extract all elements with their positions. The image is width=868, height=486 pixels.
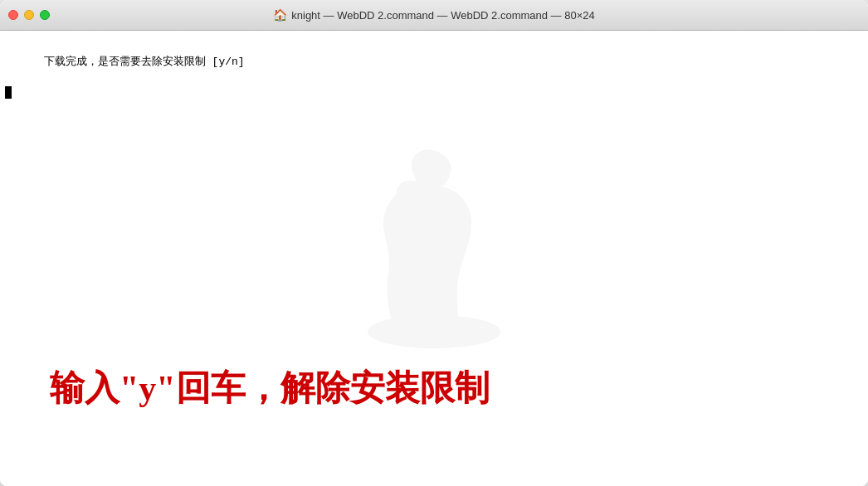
terminal-window: 🏠 knight — WebDD 2.command — WebDD 2.com… xyxy=(0,0,868,486)
svg-point-0 xyxy=(368,315,500,348)
watermark xyxy=(310,133,558,385)
instruction-text: 输入"y"回车，解除安装限制 xyxy=(50,365,490,411)
traffic-lights xyxy=(8,10,50,20)
cursor-line xyxy=(5,86,863,99)
minimize-button[interactable] xyxy=(24,10,34,20)
home-icon: 🏠 xyxy=(273,8,287,22)
close-button[interactable] xyxy=(8,10,18,20)
maximize-button[interactable] xyxy=(40,10,50,20)
terminal-body[interactable]: 下载完成，是否需要去除安装限制 [y/n] 输入"y"回车，解除安装限制 xyxy=(0,31,868,486)
window-title: knight — WebDD 2.command — WebDD 2.comma… xyxy=(291,9,594,22)
terminal-output-line: 下载完成，是否需要去除安装限制 [y/n] xyxy=(5,37,863,86)
titlebar: 🏠 knight — WebDD 2.command — WebDD 2.com… xyxy=(0,0,868,31)
window-title-area: 🏠 knight — WebDD 2.command — WebDD 2.com… xyxy=(273,8,594,22)
svg-point-1 xyxy=(415,159,445,189)
terminal-cursor xyxy=(5,86,12,99)
